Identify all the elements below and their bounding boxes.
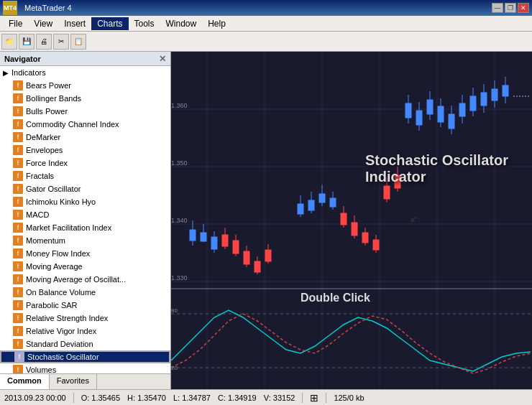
indicator-icon: f <box>13 287 23 297</box>
svg-text:20: 20 <box>171 365 178 371</box>
menu-help[interactable]: Help <box>202 17 231 30</box>
tab-common[interactable]: Common <box>0 374 50 389</box>
toolbar-btn-4[interactable]: ✂ <box>53 34 69 50</box>
title-bar-title: MetaTrader 4 <box>24 4 72 12</box>
list-item[interactable]: f Envelopes <box>0 144 170 157</box>
svg-rect-29 <box>416 111 422 125</box>
selected-indicator-label: Stochastic Oscillator <box>27 353 99 361</box>
indicator-icon: f <box>13 158 23 168</box>
toolbar-btn-2[interactable]: 💾 <box>19 34 35 50</box>
indicator-icon: f <box>13 197 23 207</box>
close-button[interactable]: ✕ <box>518 3 529 13</box>
svg-rect-15 <box>201 233 206 241</box>
indicator-icon: f <box>13 274 23 284</box>
indicator-icon: f <box>13 223 23 233</box>
list-item[interactable]: f On Balance Volume <box>0 286 170 299</box>
indicator-icon: f <box>13 171 23 181</box>
list-item[interactable]: f Ichimoku Kinko Hyo <box>0 195 170 208</box>
svg-rect-45 <box>503 85 508 96</box>
svg-rect-35 <box>449 114 454 129</box>
title-bar-left: MT4 MetaTrader 4 <box>3 1 72 15</box>
navigator-close-button[interactable]: ✕ <box>159 54 166 64</box>
menu-tools[interactable]: Tools <box>129 17 160 30</box>
menu-window[interactable]: Window <box>160 17 203 30</box>
status-bar: 2013.09.23 00:00 O: 1.35465 H: 1.35470 L… <box>0 389 532 405</box>
list-item[interactable]: f Relative Vigor Index <box>0 325 170 338</box>
nav-indicators-root-label: Indicators <box>12 68 46 77</box>
indicator-icon: f <box>13 261 23 271</box>
indicator-icon: f <box>13 80 23 90</box>
svg-rect-58 <box>341 213 347 225</box>
indicator-icon: f <box>13 339 23 349</box>
tab-favorites[interactable]: Favorites <box>50 374 97 389</box>
list-item[interactable]: f Moving Average of Oscillat... <box>0 273 170 286</box>
indicator-icon: f <box>13 248 23 259</box>
svg-rect-37 <box>459 103 465 116</box>
list-item[interactable]: f Moving Average <box>0 260 170 273</box>
list-item[interactable]: f Bollinger Bands <box>0 92 170 105</box>
nav-indicators-root[interactable]: ▶ Indicators <box>0 66 170 79</box>
svg-rect-13 <box>190 230 196 241</box>
title-bar: MT4 MetaTrader 4 — ❐ ✕ <box>0 0 532 16</box>
status-open: O: 1.35465 <box>81 394 120 402</box>
svg-rect-27 <box>405 103 411 118</box>
list-item[interactable]: f Market Facilitation Index <box>0 221 170 234</box>
svg-rect-62 <box>362 233 368 243</box>
svg-rect-21 <box>308 200 314 210</box>
svg-text:1.360: 1.360 <box>171 102 188 109</box>
svg-rect-56 <box>265 250 271 261</box>
toolbar-btn-3[interactable]: 🖨 <box>36 34 52 50</box>
indicator-icon-selected: f <box>14 352 24 362</box>
svg-rect-50 <box>233 241 239 253</box>
svg-rect-17 <box>211 237 217 249</box>
svg-rect-33 <box>438 106 444 122</box>
list-item[interactable]: f Volumes <box>0 363 170 373</box>
list-item[interactable]: f Parabolic SAR <box>0 299 170 312</box>
svg-rect-25 <box>330 198 336 207</box>
indicator-icon: f <box>13 119 23 129</box>
toolbar: 📁 💾 🖨 ✂ 📋 <box>0 32 532 52</box>
svg-rect-54 <box>254 261 260 272</box>
list-item[interactable]: f Standard Deviation <box>0 338 170 350</box>
list-item[interactable]: f Relative Strength Index <box>0 312 170 325</box>
indicator-icon: f <box>13 184 23 194</box>
status-separator-2 <box>302 393 303 403</box>
list-item[interactable]: f Fractals <box>0 169 170 182</box>
navigator-list[interactable]: ▶ Indicators f Bears Power f Bollinger B… <box>0 66 170 373</box>
menu-insert[interactable]: Insert <box>58 17 91 30</box>
double-click-label: Double Click <box>301 292 370 304</box>
list-item[interactable]: f DeMarker <box>0 131 170 144</box>
status-separator-1 <box>73 393 74 403</box>
list-item[interactable]: f MACD <box>0 208 170 221</box>
status-bars-icon: ⊞ <box>310 392 318 404</box>
status-volume: V: 33152 <box>264 394 295 402</box>
navigator-tabs: Common Favorites <box>0 373 170 389</box>
svg-rect-66 <box>384 186 390 199</box>
toolbar-btn-5[interactable]: 📋 <box>70 34 86 50</box>
svg-text:1.340: 1.340 <box>171 217 188 224</box>
svg-text:80: 80 <box>171 307 178 314</box>
list-item[interactable]: f Commodity Channel Index <box>0 118 170 131</box>
list-item[interactable]: f Momentum <box>0 234 170 247</box>
list-item[interactable]: f Gator Oscillator <box>0 182 170 195</box>
list-item[interactable]: f Bulls Power <box>0 105 170 118</box>
svg-rect-41 <box>481 93 487 106</box>
toolbar-btn-1[interactable]: 📁 <box>1 34 17 50</box>
indicator-icon: f <box>13 210 23 220</box>
menu-charts[interactable]: Charts <box>91 17 128 30</box>
list-item[interactable]: f Bears Power <box>0 79 170 92</box>
indicator-icon: f <box>13 365 23 373</box>
list-item[interactable]: f Money Flow Index <box>0 247 170 260</box>
status-high: H: 1.35470 <box>127 394 166 402</box>
list-item-stochastic[interactable]: f Stochastic Oscillator <box>0 350 170 363</box>
svg-rect-60 <box>352 223 357 236</box>
chart-area[interactable]: 1.360 1.350 1.340 1.330 80 20 Stochastic… <box>171 52 532 389</box>
indicator-icon: f <box>13 313 23 323</box>
indicator-icon: f <box>13 93 23 103</box>
menu-view[interactable]: View <box>28 17 58 30</box>
restore-button[interactable]: ❐ <box>505 3 516 13</box>
list-item[interactable]: f Force Index <box>0 157 170 169</box>
minimize-button[interactable]: — <box>492 3 503 13</box>
menu-file[interactable]: File <box>3 17 28 30</box>
indicator-icon: f <box>13 326 23 336</box>
